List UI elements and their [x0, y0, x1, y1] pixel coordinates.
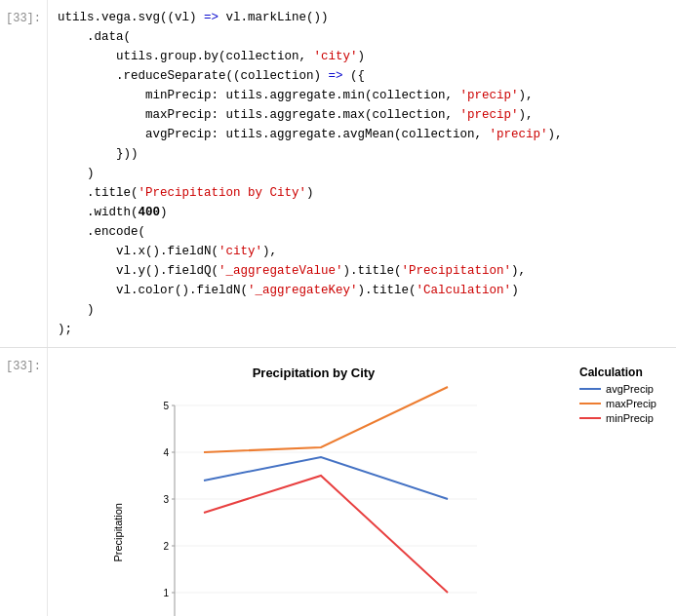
chart-title: Precipitation by City	[253, 366, 376, 380]
output-cell: [33]: Precipitation by City Precipitatio…	[0, 348, 676, 616]
svg-text:3: 3	[163, 494, 169, 505]
svg-text:2: 2	[163, 541, 169, 552]
y-axis-label: Precipitation	[112, 503, 124, 562]
cell-number-output: [33]:	[0, 348, 47, 616]
code-cell: [33]: utils.vega.svg((vl) => vl.markLine…	[0, 0, 676, 348]
chart-wrapper: Precipitation by City Precipitation	[58, 356, 666, 616]
legend-title: Calculation	[579, 366, 656, 379]
legend-label-avg: avgPrecip	[606, 383, 654, 395]
legend-item-max: maxPrecip	[579, 398, 656, 409]
code-content: utils.vega.svg((vl) => vl.markLine()) .d…	[47, 0, 676, 347]
chart-legend: Calculation avgPrecip maxPrecip minPreci…	[570, 366, 666, 427]
svg-text:1: 1	[163, 588, 169, 598]
code-block: utils.vega.svg((vl) => vl.markLine()) .d…	[58, 8, 666, 339]
chart-body: Precipitation	[112, 386, 516, 616]
legend-line-min	[579, 417, 601, 419]
svg-text:4: 4	[163, 447, 169, 458]
svg-text:5: 5	[163, 401, 169, 411]
legend-item-min: minPrecip	[579, 412, 656, 424]
legend-label-max: maxPrecip	[606, 398, 656, 409]
legend-line-max	[579, 403, 601, 404]
cell-number-code: [33]:	[0, 0, 47, 347]
legend-label-min: minPrecip	[606, 412, 654, 424]
chart-output: Precipitation by City Precipitation	[47, 348, 676, 616]
legend-item-avg: avgPrecip	[579, 383, 656, 395]
chart-svg: 0 1 2 3 4 5	[126, 386, 516, 616]
legend-line-avg	[579, 388, 601, 390]
chart-area: Precipitation by City Precipitation	[58, 366, 570, 616]
